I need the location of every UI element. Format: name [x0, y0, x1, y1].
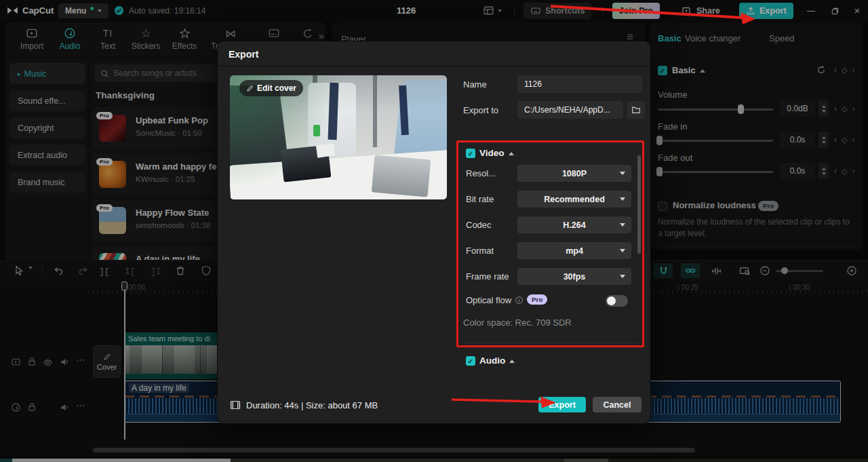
titlebar-export-button[interactable]: Export: [739, 3, 793, 19]
zoom-out-button[interactable]: [760, 265, 770, 276]
reset-button[interactable]: [816, 65, 826, 75]
step-down-icon[interactable]: [822, 141, 826, 144]
normalize-loudness-checkbox[interactable]: [658, 201, 667, 211]
step-up-icon[interactable]: [822, 105, 826, 108]
resolution-select[interactable]: 1080P: [517, 165, 631, 182]
video-track-more-button[interactable]: ⋯: [76, 354, 85, 365]
video-track-mute-button[interactable]: [60, 357, 70, 367]
fade-in-keyframe-nav[interactable]: ‹◇›: [834, 135, 854, 145]
tab-effects[interactable]: Effects: [165, 27, 204, 51]
select-tool-caret[interactable]: [28, 269, 33, 279]
audio-track-mute-button[interactable]: [60, 402, 70, 412]
fade-out-value[interactable]: 0.0s: [780, 163, 815, 179]
sidebar-item-sound-effects[interactable]: Sound effe...: [9, 90, 85, 111]
magnetic-snap-button[interactable]: [654, 263, 673, 278]
zoom-in-button[interactable]: [846, 265, 857, 276]
sidebar-item-copyright[interactable]: Copyright: [9, 117, 85, 138]
playhead-line[interactable]: [124, 290, 125, 440]
linking-button[interactable]: [681, 263, 700, 278]
step-down-icon[interactable]: [822, 110, 826, 113]
window-minimize-button[interactable]: —: [806, 6, 816, 16]
next-keyframe-icon[interactable]: ›: [852, 104, 854, 113]
window-maximize-button[interactable]: [830, 6, 840, 16]
prev-keyframe-icon[interactable]: ‹: [834, 104, 837, 113]
export-path-input[interactable]: C:/Users/NEHA/AppD...: [517, 101, 623, 119]
audio-section-checkbox[interactable]: ✓: [466, 356, 475, 366]
menu-button[interactable]: Menu: [58, 3, 108, 18]
audio-track-more-button[interactable]: ⋯: [76, 400, 85, 410]
delete-button[interactable]: [175, 265, 186, 276]
fade-out-stepper[interactable]: [818, 163, 829, 179]
basic-section-checkbox[interactable]: ✓: [658, 66, 667, 75]
sidebar-item-brand-music[interactable]: Brand music: [9, 172, 85, 193]
tab-speed[interactable]: Speed: [769, 33, 795, 43]
fade-out-slider-handle[interactable]: [656, 167, 663, 176]
step-up-icon[interactable]: [822, 168, 826, 170]
format-select[interactable]: mp4: [517, 242, 631, 259]
next-keyframe-icon[interactable]: ›: [852, 166, 854, 176]
redo-button[interactable]: [78, 265, 89, 276]
trim-left-button[interactable]: I[: [125, 267, 136, 277]
volume-value[interactable]: 0.0dB: [780, 100, 815, 117]
layout-switch-button[interactable]: [483, 5, 502, 16]
tab-audio[interactable]: Audio: [50, 27, 90, 51]
keyframe-diamond-icon[interactable]: ◇: [842, 136, 847, 145]
video-section-checkbox[interactable]: ✓: [466, 149, 475, 158]
fade-in-value[interactable]: 0.0s: [780, 132, 815, 148]
name-input[interactable]: 1126: [517, 75, 642, 93]
browse-folder-button[interactable]: [627, 101, 645, 119]
fade-out-keyframe-nav[interactable]: ‹◇›: [834, 166, 854, 176]
playhead-handle[interactable]: [121, 282, 127, 290]
timeline-zoom-slider[interactable]: [776, 270, 823, 272]
select-tool-button[interactable]: [14, 265, 24, 276]
bitrate-select[interactable]: Recommended: [517, 191, 631, 208]
edit-cover-button[interactable]: Edit cover: [239, 80, 303, 96]
step-up-icon[interactable]: [822, 136, 826, 139]
tab-stickers[interactable]: ☆ Stickers: [126, 27, 165, 51]
fade-in-slider-handle[interactable]: [656, 136, 663, 145]
prev-keyframe-icon[interactable]: ‹: [834, 135, 837, 145]
fade-in-slider[interactable]: [658, 140, 773, 142]
optical-flow-toggle[interactable]: [606, 295, 628, 307]
video-collapse-caret[interactable]: [509, 152, 514, 155]
codec-select[interactable]: H.264: [517, 216, 631, 233]
next-keyframe-icon[interactable]: ›: [852, 135, 854, 145]
next-keyframe-icon[interactable]: ›: [852, 65, 854, 75]
shortcuts-button[interactable]: Shortcuts: [524, 3, 591, 19]
collapse-caret-icon[interactable]: [700, 69, 705, 73]
step-down-icon[interactable]: [822, 172, 826, 175]
smart-tool-button[interactable]: [201, 265, 212, 276]
volume-slider[interactable]: [658, 109, 773, 111]
dialog-cancel-button[interactable]: Cancel: [593, 397, 642, 412]
keyframe-diamond-icon[interactable]: ◇: [842, 167, 847, 176]
split-button[interactable]: ][: [99, 267, 110, 277]
cover-button[interactable]: Cover: [93, 345, 121, 378]
share-button[interactable]: Share: [675, 3, 727, 19]
volume-stepper[interactable]: [818, 100, 829, 117]
window-close-button[interactable]: ×: [852, 5, 862, 15]
timeline-zoom-handle[interactable]: [781, 267, 788, 274]
sidebar-item-music[interactable]: ▸ Music: [9, 63, 85, 84]
prev-keyframe-icon[interactable]: ‹: [834, 65, 837, 75]
sidebar-item-extract-audio[interactable]: Extract audio: [9, 145, 85, 166]
preview-axis-button[interactable]: [739, 265, 751, 277]
fade-in-stepper[interactable]: [818, 132, 829, 148]
tab-captions[interactable]: [262, 27, 286, 39]
undo-button[interactable]: [53, 265, 64, 276]
auto-ripple-button[interactable]: [711, 265, 722, 277]
tabstrip-overflow-button[interactable]: »: [312, 29, 326, 41]
optical-flow-info-icon[interactable]: [515, 296, 524, 305]
keyframe-diamond-icon[interactable]: ◇: [842, 104, 847, 113]
timeline-horizontal-scrollbar[interactable]: [93, 448, 695, 453]
prev-keyframe-icon[interactable]: ‹: [834, 166, 837, 176]
fade-out-slider[interactable]: [658, 171, 773, 173]
join-pro-button[interactable]: Join Pro: [612, 3, 660, 19]
video-track-lock-button[interactable]: [27, 357, 37, 366]
audio-track-lock-button[interactable]: [27, 402, 37, 412]
video-track-hide-button[interactable]: [43, 358, 53, 368]
tab-basic[interactable]: Basic: [658, 33, 682, 43]
keyframe-nav[interactable]: ‹◇›: [834, 65, 854, 75]
trim-right-button[interactable]: ]I: [151, 267, 161, 277]
tab-import[interactable]: Import: [12, 27, 52, 51]
tab-voice-changer[interactable]: Voice changer: [685, 33, 741, 43]
